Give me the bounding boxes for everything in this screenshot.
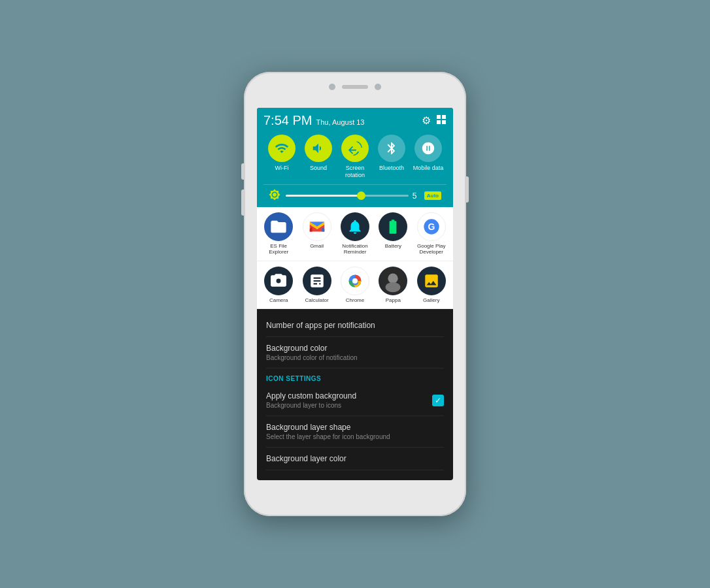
front-camera [329, 84, 335, 90]
brightness-icon [269, 189, 282, 203]
toggle-bluetooth[interactable]: Bluetooth [375, 135, 409, 179]
icon-settings-header: ICON SETTINGS [266, 368, 444, 385]
svg-rect-2 [437, 120, 441, 124]
battery-label: Battery [385, 243, 401, 250]
rotation-label: Screen rotation [338, 165, 372, 179]
gmail-label: Gmail [310, 243, 324, 250]
es-label: ES File Explorer [262, 243, 296, 255]
phone-shell: 7:54 PM Thu, August 13 ⚙ [244, 72, 466, 516]
es-icon [264, 212, 293, 241]
status-bar: 7:54 PM Thu, August 13 ⚙ [263, 113, 447, 128]
settings-row-layer-shape[interactable]: Background layer shape Select the layer … [266, 416, 444, 448]
settings-row-custom-bg[interactable]: Apply custom background Background layer… [266, 385, 444, 416]
quick-settings-header: 7:54 PM Thu, August 13 ⚙ [257, 108, 453, 207]
speaker [342, 85, 368, 89]
gallery-icon [417, 267, 446, 295]
camera-icon [264, 267, 293, 295]
brightness-value: 5 [413, 191, 420, 201]
volume-up-button[interactable] [241, 163, 244, 180]
app-chrome[interactable]: Chrome [338, 267, 372, 304]
bg-color-title: Background color [266, 344, 358, 353]
layer-color-title: Background layer color [266, 454, 347, 463]
camera-label: Camera [269, 297, 288, 304]
app-gmail[interactable]: Gmail [300, 212, 334, 255]
front-sensor [375, 84, 381, 90]
toggle-rotation[interactable]: Screen rotation [338, 135, 372, 179]
svg-rect-0 [437, 115, 441, 119]
grid-icon[interactable] [436, 114, 447, 127]
bluetooth-label: Bluetooth [379, 165, 404, 172]
volume-down-button[interactable] [241, 189, 244, 216]
gmail-icon [303, 212, 331, 241]
bg-color-sub: Background color of notification [266, 354, 358, 361]
bluetooth-icon-circle [378, 135, 405, 162]
status-icons: ⚙ [422, 114, 447, 127]
svg-point-9 [353, 278, 358, 283]
toggle-wifi[interactable]: Wi-Fi [265, 135, 299, 179]
gallery-label: Gallery [423, 297, 439, 304]
svg-rect-3 [442, 120, 446, 124]
rotation-icon-circle [341, 135, 369, 162]
auto-brightness-label[interactable]: Auto [424, 191, 441, 200]
calculator-icon [303, 267, 331, 295]
app-row-1: ES File Explorer Gmail [257, 207, 453, 261]
wifi-label: Wi-Fi [275, 165, 289, 172]
custom-bg-title: Apply custom background [266, 391, 356, 400]
notification-label: Notification Reminder [338, 243, 372, 255]
settings-icon[interactable]: ⚙ [422, 114, 431, 127]
app-es-file-explorer[interactable]: ES File Explorer [262, 212, 296, 255]
calculator-label: Calculator [305, 297, 329, 304]
app-battery[interactable]: Battery [376, 212, 410, 255]
settings-row-app-count[interactable]: Number of apps per notification [266, 314, 444, 337]
mobile-data-label: Mobile data [413, 165, 444, 172]
pappa-label: Pappa [386, 297, 401, 304]
chrome-icon [341, 267, 369, 295]
svg-point-12 [386, 282, 401, 292]
layer-shape-sub: Select the layer shape for icon backgrou… [266, 433, 390, 440]
clock-time: 7:54 PM [263, 113, 312, 128]
app-notification[interactable]: Notification Reminder [338, 212, 372, 255]
app-calculator[interactable]: Calculator [300, 267, 334, 304]
phone-screen: 7:54 PM Thu, August 13 ⚙ [257, 108, 453, 480]
battery-icon [379, 212, 407, 241]
chrome-label: Chrome [346, 297, 364, 304]
sound-icon-circle [305, 135, 332, 162]
wifi-icon-circle [268, 135, 296, 162]
settings-section: Number of apps per notification Backgrou… [257, 309, 453, 476]
gpdev-icon: G [417, 212, 446, 241]
brightness-slider[interactable] [286, 195, 409, 197]
settings-row-bg-color[interactable]: Background color Background color of not… [266, 337, 444, 368]
app-row-2: Camera Calculator [257, 261, 453, 310]
gpdev-label: Google Play Developer [414, 243, 448, 255]
notification-icon [341, 212, 369, 241]
svg-point-11 [388, 273, 398, 283]
app-gallery[interactable]: Gallery [414, 267, 448, 304]
brightness-thumb[interactable] [357, 191, 365, 200]
custom-bg-checkbox[interactable]: ✓ [432, 395, 444, 406]
quick-toggles: Wi-Fi Sound [263, 132, 447, 184]
svg-text:G: G [428, 221, 435, 231]
mobile-data-icon-circle [414, 135, 442, 162]
toggle-sound[interactable]: Sound [301, 135, 335, 179]
pappa-icon [379, 267, 407, 295]
sound-label: Sound [310, 165, 327, 172]
app-pappa[interactable]: Pappa [376, 267, 410, 304]
app-camera[interactable]: Camera [262, 267, 296, 304]
custom-bg-sub: Background layer to icons [266, 402, 356, 409]
power-button[interactable] [466, 176, 469, 203]
brightness-fill [286, 195, 360, 197]
svg-rect-1 [442, 115, 446, 119]
app-count-title: Number of apps per notification [266, 321, 375, 330]
phone-top [329, 84, 381, 90]
time-info: 7:54 PM Thu, August 13 [263, 113, 364, 128]
brightness-row: 5 Auto [263, 184, 447, 207]
layer-shape-title: Background layer shape [266, 423, 390, 432]
settings-row-layer-color[interactable]: Background layer color [266, 448, 444, 470]
toggle-mobile-data[interactable]: Mobile data [411, 135, 445, 179]
app-gpdev[interactable]: G Google Play Developer [414, 212, 448, 255]
date-display: Thu, August 13 [316, 118, 364, 126]
